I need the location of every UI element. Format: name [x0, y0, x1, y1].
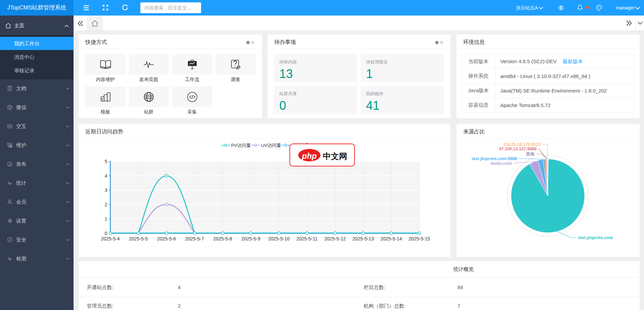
svg-text:test.jtopcms.com: test.jtopcms.com — [578, 235, 613, 240]
svg-text:2025-5-6: 2025-5-6 — [157, 236, 176, 241]
svg-text:UV访问量: UV访问量 — [261, 143, 281, 148]
svg-text:2025-5-10: 2025-5-10 — [268, 236, 290, 241]
svg-text:5: 5 — [105, 159, 107, 164]
svg-text:2: 2 — [105, 202, 107, 207]
svg-text:baidu.com: baidu.com — [491, 161, 512, 166]
svg-text:4: 4 — [105, 173, 107, 179]
svg-text:118.25.16.175:9123: 118.25.16.175:9123 — [503, 142, 541, 147]
svg-text:2025-5-14: 2025-5-14 — [381, 236, 402, 241]
svg-text:2025-5-11: 2025-5-11 — [297, 236, 318, 241]
svg-text:1: 1 — [105, 216, 107, 222]
svg-text:0: 0 — [105, 231, 107, 236]
svg-text:2025-5-8: 2025-5-8 — [213, 236, 232, 241]
svg-text:其他: 其他 — [526, 152, 535, 156]
svg-text:3: 3 — [105, 187, 107, 193]
svg-text:test.jtopcms.com:8888: test.jtopcms.com:8888 — [472, 156, 517, 161]
svg-text:47.100.13.121:6888: 47.100.13.121:6888 — [499, 147, 537, 151]
svg-text:PV访问量: PV访问量 — [231, 143, 251, 148]
svg-text:2025-5-13: 2025-5-13 — [353, 236, 374, 241]
svg-text:2025-5-12: 2025-5-12 — [324, 236, 346, 241]
svg-text:2025-5-15: 2025-5-15 — [409, 236, 430, 241]
svg-text:2025-5-5: 2025-5-5 — [129, 236, 148, 241]
svg-text:2025-5-4: 2025-5-4 — [101, 236, 120, 241]
svg-text:2025-5-9: 2025-5-9 — [241, 236, 260, 241]
svg-text:2025-5-7: 2025-5-7 — [185, 236, 204, 241]
